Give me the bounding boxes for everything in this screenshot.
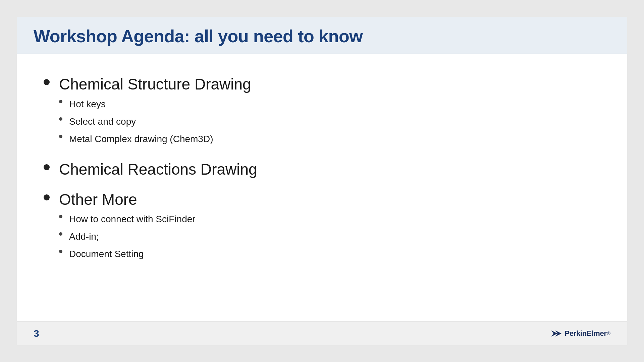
bullet-icon bbox=[44, 194, 50, 200]
logo-container: PerkinElmer ® bbox=[550, 327, 610, 340]
list-item: Document Setting bbox=[59, 247, 196, 261]
bullet-icon bbox=[44, 79, 50, 85]
list-item: Chemical Structure Drawing Hot keys Sele… bbox=[44, 74, 600, 149]
bullet-sub-icon bbox=[59, 250, 62, 253]
sub-list: How to connect with SciFinder Add-in; Do… bbox=[59, 212, 196, 264]
perkinelmer-logo-text: PerkinElmer bbox=[565, 329, 607, 338]
list-item: Metal Complex drawing (Chem3D) bbox=[59, 132, 251, 146]
main-item-block: Other More How to connect with SciFinder… bbox=[59, 190, 196, 265]
main-item-block: Chemical Reactions Drawing bbox=[59, 160, 257, 180]
main-item-label: Other More bbox=[59, 190, 196, 210]
slide-footer: 3 PerkinElmer ® bbox=[17, 321, 627, 345]
logo-registered: ® bbox=[607, 331, 610, 336]
main-list: Chemical Structure Drawing Hot keys Sele… bbox=[44, 74, 600, 264]
bullet-sub-icon bbox=[59, 135, 62, 138]
main-item-label: Chemical Structure Drawing bbox=[59, 74, 251, 95]
sub-item-label: Hot keys bbox=[69, 97, 106, 111]
sub-item-label: How to connect with SciFinder bbox=[69, 212, 196, 226]
perkinelmer-logo-icon bbox=[550, 327, 563, 340]
sub-item-label: Add-in; bbox=[69, 230, 99, 244]
bullet-sub-icon bbox=[59, 100, 62, 103]
sub-item-label: Metal Complex drawing (Chem3D) bbox=[69, 132, 213, 146]
sub-item-label: Select and copy bbox=[69, 115, 136, 129]
list-item: Other More How to connect with SciFinder… bbox=[44, 190, 600, 265]
list-item: Chemical Reactions Drawing bbox=[44, 160, 600, 180]
list-item: How to connect with SciFinder bbox=[59, 212, 196, 226]
list-item: Select and copy bbox=[59, 115, 251, 129]
main-item-label: Chemical Reactions Drawing bbox=[59, 160, 257, 180]
bullet-sub-icon bbox=[59, 215, 62, 218]
bullet-sub-icon bbox=[59, 232, 62, 236]
list-item: Add-in; bbox=[59, 230, 196, 244]
slide-number: 3 bbox=[34, 328, 39, 339]
list-item: Hot keys bbox=[59, 97, 251, 111]
slide-content: Chemical Structure Drawing Hot keys Sele… bbox=[17, 54, 627, 321]
main-item-block: Chemical Structure Drawing Hot keys Sele… bbox=[59, 74, 251, 149]
sub-list: Hot keys Select and copy Metal Complex d… bbox=[59, 97, 251, 149]
bullet-icon bbox=[44, 164, 50, 170]
bullet-sub-icon bbox=[59, 117, 62, 121]
slide-header: Workshop Agenda: all you need to know bbox=[17, 17, 627, 54]
slide: Workshop Agenda: all you need to know Ch… bbox=[17, 17, 627, 345]
sub-item-label: Document Setting bbox=[69, 247, 144, 261]
slide-title: Workshop Agenda: all you need to know bbox=[34, 26, 610, 46]
